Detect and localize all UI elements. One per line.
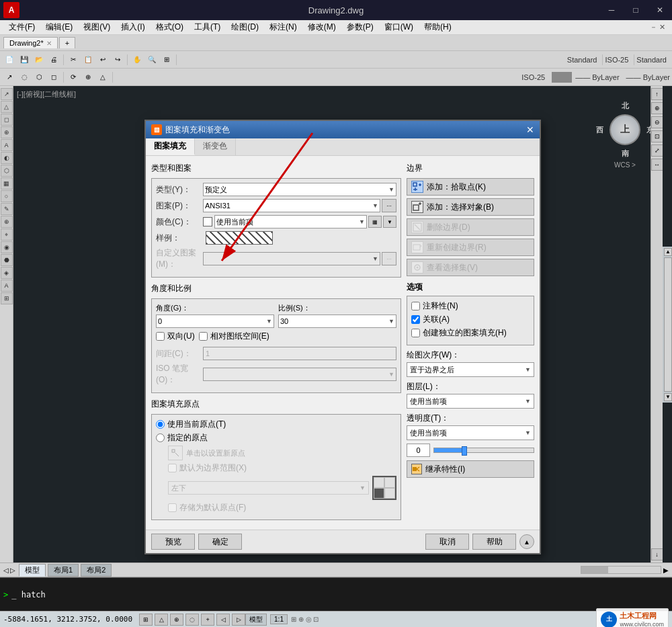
menu-view[interactable]: 视图(V) xyxy=(78,20,116,34)
draw-order-select[interactable]: 置于边界之后 ▼ xyxy=(407,362,534,377)
right-btn-bottom[interactable]: ↓ xyxy=(651,548,663,560)
draw-btn-6[interactable]: ⊕ xyxy=(81,71,95,84)
transparency-select[interactable]: 使用当前项 ▼ xyxy=(407,425,534,440)
scrollbar-thumb[interactable] xyxy=(581,567,608,573)
menu-parameter[interactable]: 参数(P) xyxy=(341,20,379,34)
right-btn-2[interactable]: ⊕ xyxy=(651,102,663,114)
double-hatch-checkbox[interactable] xyxy=(156,332,165,341)
snap-btn-6[interactable]: ◁ xyxy=(216,614,230,626)
left-btn-15[interactable]: ◈ xyxy=(1,267,13,279)
maximize-button[interactable]: □ xyxy=(624,0,648,20)
transparency-slider-thumb[interactable] xyxy=(462,446,467,456)
right-btn-3[interactable]: ⊖ xyxy=(651,116,663,128)
left-btn-5[interactable]: A xyxy=(1,139,13,151)
left-btn-14[interactable]: ⬣ xyxy=(1,254,13,266)
right-btn-4[interactable]: ⊡ xyxy=(651,130,663,142)
left-btn-7[interactable]: ⬡ xyxy=(1,165,13,177)
draw-btn-7[interactable]: △ xyxy=(96,71,110,84)
tab-gradient[interactable]: 渐变色 xyxy=(195,138,236,155)
right-btn-5[interactable]: ⤢ xyxy=(651,144,663,157)
menu-dimension[interactable]: 标注(N) xyxy=(264,20,302,34)
add-pick-point-button[interactable]: 添加：拾取点(K) xyxy=(407,178,534,196)
snap-btn-1[interactable]: ⊞ xyxy=(139,614,153,626)
inherit-properties-button[interactable]: 继承特性(I) xyxy=(407,460,534,478)
left-btn-2[interactable]: △ xyxy=(1,101,13,113)
left-btn-6[interactable]: ◐ xyxy=(1,152,13,164)
preview-button[interactable]: 预览 xyxy=(151,534,195,550)
scroll-track[interactable] xyxy=(664,257,672,392)
use-current-origin-radio[interactable] xyxy=(156,420,165,429)
draw-btn-4[interactable]: ◻ xyxy=(47,71,60,84)
menu-insert[interactable]: 插入(I) xyxy=(116,20,150,34)
toolbar-btn-10[interactable]: 🔍 xyxy=(145,53,159,67)
draw-btn-2[interactable]: ◌ xyxy=(17,71,31,84)
transparency-slider-track[interactable] xyxy=(433,448,534,453)
toolbar-btn-1[interactable]: 📄 xyxy=(3,53,16,67)
snap-btn-3[interactable]: ⊕ xyxy=(170,614,183,626)
horizontal-scrollbar[interactable] xyxy=(581,566,661,574)
toolbar-btn-5[interactable]: ✂ xyxy=(67,53,80,67)
snap-btn-7[interactable]: ▷ xyxy=(232,614,245,626)
toolbar-btn-11[interactable]: ⊞ xyxy=(160,53,173,67)
tab-nav-right[interactable]: ▷ xyxy=(10,567,15,574)
color-select[interactable]: 使用当前项 ▼ xyxy=(214,215,367,228)
menu-edit[interactable]: 编辑(E) xyxy=(40,20,78,34)
compass-center[interactable]: 上 xyxy=(610,114,640,145)
recreate-boundary-button[interactable]: 重新创建边界(R) xyxy=(407,239,534,256)
tab-layout2[interactable]: 布局2 xyxy=(81,564,112,577)
add-select-object-button[interactable]: 添加：选择对象(B) xyxy=(407,198,534,216)
toolbar-btn-4[interactable]: 🖨 xyxy=(47,53,60,67)
menu-draw[interactable]: 绘图(D) xyxy=(226,20,264,34)
expand-button[interactable]: ▲ xyxy=(519,534,534,549)
right-btn-6[interactable]: ↔ xyxy=(651,159,663,171)
menu-window[interactable]: 窗口(W) xyxy=(379,20,419,34)
view-selection-set-button[interactable]: 查看选择集(V) xyxy=(407,259,534,276)
create-independent-checkbox[interactable] xyxy=(411,329,420,337)
specified-origin-radio[interactable] xyxy=(156,433,165,442)
pattern-select[interactable]: ANSI31 ▼ xyxy=(203,199,380,212)
tab-nav-left[interactable]: ◁ xyxy=(3,567,9,574)
toolbar-btn-9[interactable]: ✋ xyxy=(130,53,144,67)
toolbar-btn-2[interactable]: 💾 xyxy=(17,53,31,67)
left-btn-4[interactable]: ⊕ xyxy=(1,126,13,138)
cancel-button[interactable]: 取消 xyxy=(425,534,469,550)
tab-layout1[interactable]: 布局1 xyxy=(48,564,79,577)
draw-btn-5[interactable]: ⟳ xyxy=(67,71,80,84)
toolbar-btn-8[interactable]: ↪ xyxy=(111,53,124,67)
left-btn-17[interactable]: ⊞ xyxy=(1,292,13,304)
left-btn-11[interactable]: ⊕ xyxy=(1,216,13,228)
scale-btn[interactable]: 1:1 xyxy=(270,614,288,624)
help-button[interactable]: 帮助 xyxy=(472,534,516,550)
right-btn-1[interactable]: ↑ xyxy=(651,88,663,100)
left-btn-12[interactable]: ⌖ xyxy=(1,228,13,241)
menu-help[interactable]: 帮助(H) xyxy=(419,20,457,34)
transparency-value-input[interactable] xyxy=(407,444,430,457)
menu-tools[interactable]: 工具(T) xyxy=(189,20,226,34)
relative-page-checkbox[interactable] xyxy=(199,332,208,341)
toolbar-btn-7[interactable]: ↩ xyxy=(96,53,110,67)
color-btn-1[interactable]: ▦ xyxy=(368,216,382,228)
model-status-btn[interactable]: 模型 xyxy=(245,614,267,626)
layer-select[interactable]: 使用当前项 ▼ xyxy=(407,394,534,409)
associative-checkbox[interactable] xyxy=(411,315,420,324)
scrollbar-right-btn[interactable]: ▶ xyxy=(663,567,669,574)
snap-btn-5[interactable]: + xyxy=(201,614,214,626)
draw-btn-1[interactable]: ↗ xyxy=(3,71,16,84)
toolbar-btn-3[interactable]: 📂 xyxy=(32,53,46,67)
pattern-dots-button[interactable]: ··· xyxy=(382,199,396,212)
left-btn-3[interactable]: ◻ xyxy=(1,114,13,126)
remove-edges-button[interactable]: 删除边界(D) xyxy=(407,218,534,236)
left-btn-8[interactable]: ▦ xyxy=(1,177,13,190)
snap-btn-4[interactable]: ◌ xyxy=(185,614,199,626)
annotative-checkbox[interactable] xyxy=(411,302,420,310)
left-btn-16[interactable]: A xyxy=(1,280,13,292)
wcs-label[interactable]: WCS > xyxy=(595,161,655,169)
minimize-button[interactable]: ─ xyxy=(599,0,624,20)
left-btn-9[interactable]: ○ xyxy=(1,190,13,202)
menu-file[interactable]: 文件(F) xyxy=(3,20,40,34)
tab-hatch-fill[interactable]: 图案填充 xyxy=(146,138,195,155)
ok-button[interactable]: 确定 xyxy=(198,534,242,550)
tab-model[interactable]: 模型 xyxy=(19,564,46,577)
menu-format[interactable]: 格式(O) xyxy=(151,20,189,34)
toolbar-btn-6[interactable]: 📋 xyxy=(81,53,95,67)
